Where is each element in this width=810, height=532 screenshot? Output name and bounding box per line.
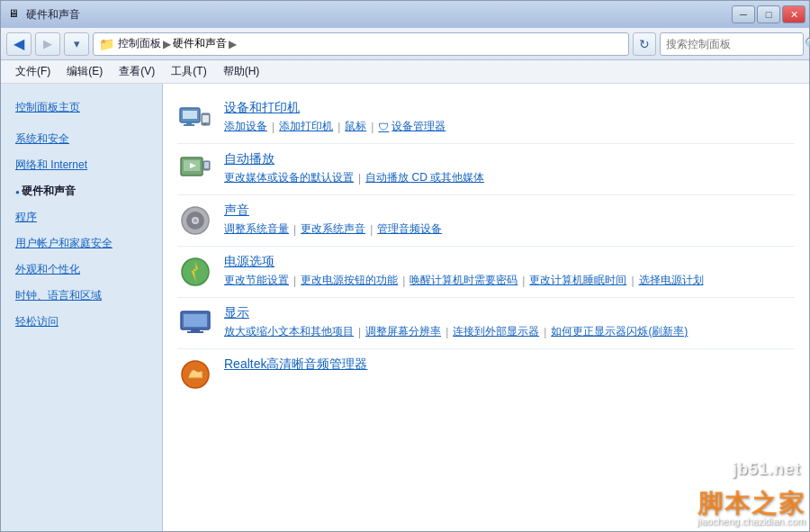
section-autoplay: 自动播放 更改媒体或设备的默认设置 | 自动播放 CD 或其他媒体 [177, 144, 795, 195]
search-input[interactable] [666, 38, 801, 50]
main-window: 🖥 硬件和声音 ─ □ ✕ ◀ ▶ ▾ 📁 控制面板 ▶ 硬件和声音 ▶ ↻ 🔍 [0, 0, 810, 532]
power-link-energy[interactable]: 更改节能设置 [224, 273, 289, 288]
realtek-title[interactable]: Realtek高清晰音频管理器 [224, 356, 795, 373]
display-link-resolution[interactable]: 调整屏幕分辨率 [365, 324, 441, 339]
sidebar-item-accessibility[interactable]: 轻松访问 [1, 309, 162, 335]
display-link-text[interactable]: 放大或缩小文本和其他项目 [224, 324, 354, 339]
devices-title[interactable]: 设备和打印机 [224, 100, 795, 116]
display-title[interactable]: 显示 [224, 305, 795, 321]
svg-rect-3 [184, 124, 194, 126]
power-title[interactable]: 电源选项 [224, 254, 795, 270]
devices-link-add-printer[interactable]: 添加打印机 [279, 119, 333, 134]
address-root[interactable]: 控制面板 [118, 36, 161, 51]
title-bar-left: 🖥 硬件和声音 [8, 7, 80, 23]
sidebar-item-users[interactable]: 用户帐户和家庭安全 [1, 230, 162, 257]
menu-tools[interactable]: 工具(T) [164, 61, 213, 82]
menu-file[interactable]: 文件(F) [8, 61, 58, 82]
section-realtek: Realtek高清晰音频管理器 [177, 349, 795, 400]
power-link-plan[interactable]: 选择电源计划 [639, 273, 704, 288]
menu-bar: 文件(F) 编辑(E) 查看(V) 工具(T) 帮助(H) [1, 60, 809, 84]
sidebar-item-programs[interactable]: 程序 [1, 204, 162, 230]
shield-icon: 🛡 [378, 121, 389, 133]
display-link-flicker[interactable]: 如何更正显示器闪烁(刷新率) [551, 324, 688, 339]
autoplay-title[interactable]: 自动播放 [224, 151, 795, 167]
minimize-button[interactable]: ─ [732, 5, 755, 23]
sidebar-item-hardware: 硬件和声音 [1, 178, 162, 204]
svg-rect-5 [202, 115, 209, 122]
menu-edit[interactable]: 编辑(E) [59, 61, 110, 82]
power-link-button[interactable]: 更改电源按钮的功能 [301, 273, 398, 288]
power-body: 电源选项 更改节能设置 | 更改电源按钮的功能 | 唤醒计算机时需要密码 | 更… [224, 254, 795, 288]
devices-icon [177, 100, 213, 136]
back-button[interactable]: ◀ [6, 32, 32, 56]
address-path: 控制面板 ▶ 硬件和声音 ▶ [118, 36, 237, 51]
sound-link-volume[interactable]: 调整系统音量 [224, 221, 289, 237]
devices-link-add-device[interactable]: 添加设备 [224, 119, 267, 134]
display-icon [177, 305, 213, 341]
svg-rect-20 [187, 331, 203, 333]
sound-links: 调整系统音量 | 更改系统声音 | 管理音频设备 [224, 221, 795, 237]
forward-button[interactable]: ▶ [35, 32, 60, 56]
sidebar-item-clock[interactable]: 时钟、语言和区域 [1, 283, 162, 309]
sidebar-item-home[interactable]: 控制面板主页 [1, 95, 162, 121]
address-bar[interactable]: 📁 控制面板 ▶ 硬件和声音 ▶ [93, 32, 629, 56]
menu-view[interactable]: 查看(V) [112, 61, 162, 82]
sound-body: 声音 调整系统音量 | 更改系统声音 | 管理音频设备 [224, 203, 795, 237]
title-controls: ─ □ ✕ [732, 5, 806, 23]
svg-rect-18 [184, 314, 207, 327]
power-link-password[interactable]: 唤醒计算机时需要密码 [410, 273, 518, 288]
devices-links: 添加设备 | 添加打印机 | 鼠标 | 🛡 设备管理器 [224, 119, 795, 134]
display-link-external[interactable]: 连接到外部显示器 [453, 324, 539, 339]
refresh-button[interactable]: ↻ [633, 32, 656, 56]
devices-link-mouse[interactable]: 鼠标 [345, 119, 366, 134]
section-sound: 声音 调整系统音量 | 更改系统声音 | 管理音频设备 [177, 195, 795, 247]
recent-button[interactable]: ▾ [64, 32, 89, 56]
sound-title[interactable]: 声音 [224, 203, 795, 219]
search-bar[interactable]: 🔍 [660, 32, 804, 56]
power-links: 更改节能设置 | 更改电源按钮的功能 | 唤醒计算机时需要密码 | 更改计算机睡… [224, 273, 795, 288]
folder-icon: 📁 [99, 37, 114, 51]
address-sep1: ▶ [163, 38, 171, 50]
power-link-sleep[interactable]: 更改计算机睡眠时间 [529, 273, 626, 288]
autoplay-icon [177, 151, 213, 187]
maximize-button[interactable]: □ [757, 5, 780, 23]
menu-help[interactable]: 帮助(H) [216, 61, 267, 82]
sidebar-item-network[interactable]: 网络和 Internet [1, 152, 162, 178]
devices-body: 设备和打印机 添加设备 | 添加打印机 | 鼠标 | 🛡 设备管理器 [224, 100, 795, 134]
realtek-body: Realtek高清晰音频管理器 [224, 356, 795, 375]
svg-point-6 [204, 123, 206, 125]
address-sep2: ▶ [229, 38, 237, 50]
svg-rect-1 [183, 111, 197, 119]
autoplay-links: 更改媒体或设备的默认设置 | 自动播放 CD 或其他媒体 [224, 170, 795, 185]
display-body: 显示 放大或缩小文本和其他项目 | 调整屏幕分辨率 | 连接到外部显示器 | 如… [224, 305, 795, 339]
autoplay-link-cd[interactable]: 自动播放 CD 或其他媒体 [365, 170, 484, 185]
nav-bar: ◀ ▶ ▾ 📁 控制面板 ▶ 硬件和声音 ▶ ↻ 🔍 [1, 28, 809, 60]
realtek-icon [177, 356, 213, 392]
sidebar-item-system[interactable]: 系统和安全 [1, 126, 162, 152]
close-button[interactable]: ✕ [782, 5, 806, 23]
sound-icon [177, 203, 213, 239]
section-devices: 设备和打印机 添加设备 | 添加打印机 | 鼠标 | 🛡 设备管理器 [177, 93, 795, 144]
window-icon: 🖥 [8, 7, 22, 22]
autoplay-body: 自动播放 更改媒体或设备的默认设置 | 自动播放 CD 或其他媒体 [224, 151, 795, 185]
sidebar: 控制面板主页 系统和安全 网络和 Internet 硬件和声音 程序 用户帐户和… [1, 84, 163, 531]
autoplay-link-default[interactable]: 更改媒体或设备的默认设置 [224, 170, 354, 185]
sound-link-system-sound[interactable]: 更改系统声音 [301, 221, 365, 237]
search-icon[interactable]: 🔍 [805, 37, 810, 50]
devices-link-device-manager[interactable]: 🛡 设备管理器 [378, 119, 446, 134]
content-area: 控制面板主页 系统和安全 网络和 Internet 硬件和声音 程序 用户帐户和… [1, 84, 809, 531]
address-current: 硬件和声音 [173, 36, 227, 51]
svg-rect-11 [204, 162, 209, 168]
section-power: 电源选项 更改节能设置 | 更改电源按钮的功能 | 唤醒计算机时需要密码 | 更… [177, 247, 795, 298]
main-content: 设备和打印机 添加设备 | 添加打印机 | 鼠标 | 🛡 设备管理器 [163, 84, 809, 531]
power-icon [177, 254, 213, 290]
section-display: 显示 放大或缩小文本和其他项目 | 调整屏幕分辨率 | 连接到外部显示器 | 如… [177, 298, 795, 349]
sound-link-manage[interactable]: 管理音频设备 [377, 221, 442, 237]
svg-point-15 [194, 219, 197, 222]
window-title: 硬件和声音 [26, 7, 80, 23]
title-bar: 🖥 硬件和声音 ─ □ ✕ [1, 1, 809, 28]
sidebar-item-appearance[interactable]: 外观和个性化 [1, 257, 162, 283]
display-links: 放大或缩小文本和其他项目 | 调整屏幕分辨率 | 连接到外部显示器 | 如何更正… [224, 324, 795, 339]
